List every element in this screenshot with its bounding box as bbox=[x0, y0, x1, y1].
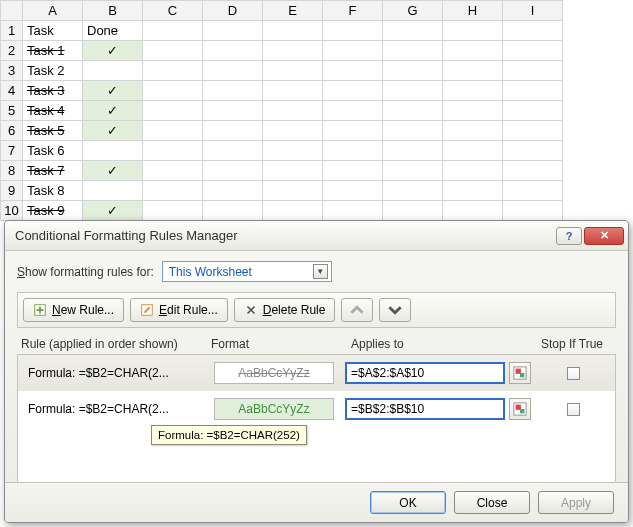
cell[interactable] bbox=[383, 201, 443, 221]
row-header[interactable]: 7 bbox=[1, 141, 23, 161]
row-header[interactable]: 2 bbox=[1, 41, 23, 61]
cell[interactable] bbox=[83, 61, 143, 81]
cell[interactable] bbox=[503, 21, 563, 41]
cell[interactable] bbox=[503, 141, 563, 161]
cell[interactable] bbox=[383, 141, 443, 161]
applies-to-input[interactable] bbox=[345, 362, 505, 384]
cell[interactable] bbox=[383, 61, 443, 81]
cell[interactable] bbox=[383, 21, 443, 41]
cell[interactable]: ✓ bbox=[83, 41, 143, 61]
new-rule-button[interactable]: New Rule... bbox=[23, 298, 124, 322]
col-header[interactable]: B bbox=[83, 1, 143, 21]
cell[interactable] bbox=[143, 81, 203, 101]
cell[interactable] bbox=[443, 141, 503, 161]
cell[interactable] bbox=[503, 181, 563, 201]
cell[interactable] bbox=[383, 41, 443, 61]
row-header[interactable]: 6 bbox=[1, 121, 23, 141]
row-header[interactable]: 9 bbox=[1, 181, 23, 201]
cell[interactable] bbox=[323, 181, 383, 201]
help-button[interactable]: ? bbox=[556, 227, 582, 245]
cell[interactable] bbox=[503, 61, 563, 81]
chevron-down-icon[interactable]: ▼ bbox=[313, 264, 328, 279]
edit-rule-button[interactable]: Edit Rule... bbox=[130, 298, 228, 322]
cell[interactable] bbox=[203, 121, 263, 141]
cell[interactable] bbox=[323, 101, 383, 121]
col-header[interactable]: F bbox=[323, 1, 383, 21]
applies-to-input[interactable] bbox=[345, 398, 505, 420]
cell[interactable] bbox=[443, 41, 503, 61]
cell[interactable] bbox=[143, 61, 203, 81]
cell[interactable]: ✓ bbox=[83, 121, 143, 141]
cell[interactable] bbox=[323, 41, 383, 61]
cell[interactable] bbox=[203, 81, 263, 101]
cell[interactable] bbox=[143, 101, 203, 121]
cell[interactable] bbox=[503, 161, 563, 181]
ok-button[interactable]: OK bbox=[370, 491, 446, 514]
range-select-icon[interactable] bbox=[509, 398, 531, 420]
cell[interactable] bbox=[503, 201, 563, 221]
cell[interactable] bbox=[143, 201, 203, 221]
cell[interactable]: Done bbox=[83, 21, 143, 41]
cell[interactable] bbox=[203, 201, 263, 221]
cell[interactable] bbox=[443, 201, 503, 221]
cell[interactable] bbox=[503, 81, 563, 101]
col-header[interactable]: D bbox=[203, 1, 263, 21]
col-header[interactable]: H bbox=[443, 1, 503, 21]
cell[interactable] bbox=[323, 161, 383, 181]
cell[interactable] bbox=[263, 141, 323, 161]
stop-if-true-checkbox[interactable] bbox=[567, 367, 580, 380]
cell[interactable] bbox=[263, 161, 323, 181]
cell[interactable] bbox=[443, 81, 503, 101]
cell[interactable] bbox=[203, 161, 263, 181]
apply-button[interactable]: Apply bbox=[538, 491, 614, 514]
cell[interactable] bbox=[323, 201, 383, 221]
cell[interactable] bbox=[443, 181, 503, 201]
move-up-button[interactable] bbox=[341, 298, 373, 322]
row-header[interactable]: 10 bbox=[1, 201, 23, 221]
cell[interactable]: Task 2 bbox=[23, 61, 83, 81]
col-header[interactable]: G bbox=[383, 1, 443, 21]
col-header[interactable]: A bbox=[23, 1, 83, 21]
titlebar[interactable]: Conditional Formatting Rules Manager ? ✕ bbox=[5, 221, 628, 251]
cell[interactable]: ✓ bbox=[83, 201, 143, 221]
delete-rule-button[interactable]: Delete Rule bbox=[234, 298, 336, 322]
stop-if-true-checkbox[interactable] bbox=[567, 403, 580, 416]
cell[interactable] bbox=[503, 41, 563, 61]
close-button[interactable]: Close bbox=[454, 491, 530, 514]
cell[interactable] bbox=[263, 181, 323, 201]
cell[interactable] bbox=[143, 141, 203, 161]
cell[interactable] bbox=[263, 41, 323, 61]
cell[interactable] bbox=[383, 81, 443, 101]
rule-row[interactable]: Formula: =$B2=CHAR(2... AaBbCcYyZz bbox=[18, 391, 615, 427]
show-rules-select[interactable]: This Worksheet ▼ bbox=[162, 261, 332, 282]
cell[interactable] bbox=[143, 121, 203, 141]
col-header[interactable]: I bbox=[503, 1, 563, 21]
cell[interactable] bbox=[143, 181, 203, 201]
cell[interactable] bbox=[143, 161, 203, 181]
cell[interactable]: Task 8 bbox=[23, 181, 83, 201]
cell[interactable] bbox=[503, 121, 563, 141]
cell[interactable]: Task 3 bbox=[23, 81, 83, 101]
row-header[interactable]: 1 bbox=[1, 21, 23, 41]
cell[interactable] bbox=[83, 141, 143, 161]
move-down-button[interactable] bbox=[379, 298, 411, 322]
range-select-icon[interactable] bbox=[509, 362, 531, 384]
row-header[interactable]: 5 bbox=[1, 101, 23, 121]
cell[interactable] bbox=[263, 81, 323, 101]
cell[interactable] bbox=[203, 181, 263, 201]
cell[interactable] bbox=[443, 161, 503, 181]
rules-list[interactable]: Formula: =$B2=CHAR(2... AaBbCcYyZz Formu… bbox=[17, 354, 616, 486]
col-header[interactable]: E bbox=[263, 1, 323, 21]
cell[interactable]: ✓ bbox=[83, 101, 143, 121]
cell[interactable] bbox=[203, 101, 263, 121]
cell[interactable] bbox=[383, 161, 443, 181]
cell[interactable] bbox=[83, 181, 143, 201]
cell[interactable]: ✓ bbox=[83, 81, 143, 101]
cell[interactable] bbox=[203, 21, 263, 41]
cell[interactable] bbox=[203, 41, 263, 61]
cell[interactable]: Task 5 bbox=[23, 121, 83, 141]
row-header[interactable]: 8 bbox=[1, 161, 23, 181]
select-all-corner[interactable] bbox=[1, 1, 23, 21]
cell[interactable]: Task bbox=[23, 21, 83, 41]
cell[interactable] bbox=[263, 201, 323, 221]
